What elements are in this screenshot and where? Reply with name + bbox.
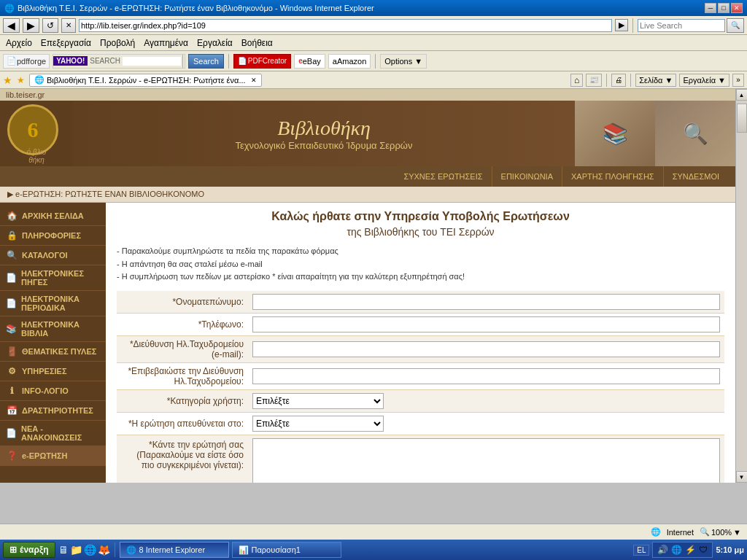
sidebar-item-news[interactable]: 📄 ΝΕΑ - ΑΝΑΚΟΙΝΩΣΕΙΣ xyxy=(0,421,106,446)
page-icon: 🌐 xyxy=(34,75,44,85)
sidebar-item-ebooks[interactable]: 📚 ΗΛΕΚΤΡΟΝΙΚΑ ΒΙΒΛΙΑ xyxy=(0,316,106,342)
page-heading: Καλώς ήρθατε στην Υπηρεσία Υποβολής Ερωτ… xyxy=(117,210,724,238)
info1: - Παρακαλούμε συμπληρώστε τα πεδία της π… xyxy=(117,245,724,258)
news-icon: 📄 xyxy=(6,427,17,439)
door-icon: 🚪 xyxy=(6,346,18,357)
pdf-creator-button[interactable]: 📄 PDFCreator xyxy=(233,54,291,69)
favorites-star2[interactable]: ★ xyxy=(17,75,25,85)
minimize-button[interactable]: ─ xyxy=(705,3,716,13)
print-button[interactable]: 🖨 xyxy=(611,74,626,87)
menu-file[interactable]: Αρχείο xyxy=(6,38,32,48)
site-nav: ΣΥΧΝΕΣ ΕΡΩΤΗΣΕΙΣ ΕΠΙΚΟΙΝΩΝΙΑ ΧΑΡΤΗΣ ΠΛΟΗ… xyxy=(0,166,735,187)
feeds-button[interactable]: 📰 xyxy=(586,74,602,87)
form-table: *Ονοματεπώνυμο: *Τηλέφωνο: *Διεύθυνση Ηλ… xyxy=(117,291,724,483)
breadcrumb-arrow: ▶ xyxy=(7,190,15,198)
books-icon: 📚 xyxy=(6,323,17,335)
nav-links[interactable]: ΣΥΝΔΕΣΜΟΙ xyxy=(664,166,728,187)
refresh-button[interactable]: ↺ xyxy=(42,18,58,33)
tools-button[interactable]: Εργαλεία ▼ xyxy=(679,74,729,87)
address-input[interactable] xyxy=(79,19,612,32)
heading-line1: Καλώς ήρθατε στην Υπηρεσία Υποβολής Ερωτ… xyxy=(117,210,724,223)
form-row-question-to: *Η ερώτηση απευθύνεται στο: Επιλέξτε xyxy=(117,412,724,435)
form-row-question-text: *Κάντε την ερώτησή σας(Παρακαλούμε να εί… xyxy=(117,435,724,483)
scroll-thumb[interactable] xyxy=(737,104,747,133)
doc2-icon: 📄 xyxy=(6,298,17,309)
yahoo-search-input[interactable] xyxy=(123,57,181,66)
header-img-1: 📚 xyxy=(575,101,655,166)
browser-content: ▲ ▼ lib.teiser.gr 6 ό.βλιοθήκη Βιβλιοθήκ… xyxy=(0,89,747,483)
sidebar-item-services[interactable]: ⚙ ΥΠΗΡΕΣΙΕΣ xyxy=(0,362,106,381)
form-row-category: *Κατηγορία χρήστη: Επιλέξτε xyxy=(117,389,724,412)
nav-faq[interactable]: ΣΥΧΝΕΣ ΕΡΩΤΗΣΕΙΣ xyxy=(395,166,492,187)
label-name: *Ονοματεπώνυμο: xyxy=(117,291,248,314)
pdf-icon: 📄 xyxy=(238,57,247,65)
scroll-down-button[interactable]: ▼ xyxy=(736,471,748,483)
scrollbar[interactable]: ▲ ▼ xyxy=(735,89,747,483)
breadcrumb: ▶ e-ΕΡΩΤΗΣΗ: ΡΩΤΗΣΤΕ ΕΝΑΝ ΒΙΒΛΙΟΘΗΚΟΝΟΜΟ xyxy=(0,187,735,203)
menu-favorites[interactable]: Αγαπημένα xyxy=(144,38,188,48)
amazon-button[interactable]: a Amazon xyxy=(328,54,371,69)
site-content: lib.teiser.gr 6 ό.βλιοθήκη Βιβλιοθήκη Τε… xyxy=(0,89,735,483)
page-button[interactable]: Σελίδα ▼ xyxy=(635,74,676,87)
calendar-icon: 📅 xyxy=(6,405,18,416)
menu-edit[interactable]: Επεξεργασία xyxy=(41,38,91,48)
input-phone[interactable] xyxy=(252,316,720,332)
info-icon: ℹ xyxy=(6,385,18,397)
sidebar-item-catalog[interactable]: 🔍 ΚΑΤΑΛΟΓΟΙ xyxy=(0,246,106,265)
ebay-button[interactable]: e eBay xyxy=(294,54,325,69)
domain-label: lib.teiser.gr xyxy=(0,89,735,101)
sidebar-item-activities[interactable]: 📅 ΔΡΑΣΤΗΡΙΟΤΗΤΕΣ xyxy=(0,401,106,421)
sidebar-item-home[interactable]: 🏠 ΑΡΧΙΚΗ ΣΕΛΙΔΑ xyxy=(0,206,106,226)
sidebar-item-portals[interactable]: 🚪 ΘΕΜΑΤΙΚΕΣ ΠΥΛΕΣ xyxy=(0,342,106,362)
input-email-confirm[interactable] xyxy=(252,368,720,384)
form-row-email-confirm: *Επιβεβαιώστε την ΔιεύθυνσηΗλ.Ταχυδρομεί… xyxy=(117,362,724,389)
sidebar-toggle[interactable]: » xyxy=(732,74,744,87)
home-button[interactable]: ⌂ xyxy=(570,74,583,87)
site-header: 6 ό.βλιοθήκη Βιβλιοθήκη Τεχνολογικό Εκπα… xyxy=(0,101,735,166)
label-phone: *Τηλέφωνο: xyxy=(117,313,248,335)
sidebar-item-eperiodicals[interactable]: 📄 ΗΛΕΚΤΡΟΝΙΚΑ ΠΕΡΙΟΔΙΚΑ xyxy=(0,291,106,316)
forward-button[interactable]: ▶ xyxy=(23,18,39,33)
tab-close-btn[interactable]: ✕ xyxy=(251,77,257,84)
input-email[interactable] xyxy=(252,341,720,357)
title-bar: 🌐 Βιβλιοθήκη Τ.Ε.Ι. Σερρών - e-ΕΡΩΤΗΣΗ: … xyxy=(0,0,747,16)
select-question-to[interactable]: Επιλέξτε xyxy=(252,416,384,432)
close-button[interactable]: ✕ xyxy=(731,3,743,13)
textarea-question[interactable] xyxy=(252,438,720,483)
sidebar-item-esources[interactable]: 📄 ΗΛΕΚΤΡΟΝΙΚΕΣ ΠΗΓΕΣ xyxy=(0,265,106,291)
info2: - Η απάντηση θα σας σταλεί μέσω e-mail xyxy=(117,258,724,271)
scroll-up-button[interactable]: ▲ xyxy=(736,89,748,101)
go-button[interactable]: ▶ xyxy=(615,19,628,31)
form-row-email: *Διεύθυνση Ηλ.Ταχυδρομείου(e-mail): xyxy=(117,335,724,362)
window-title: Βιβλιοθήκη Τ.Ε.Ι. Σερρών - e-ΕΡΩΤΗΣΗ: Ρω… xyxy=(18,4,374,12)
options-button[interactable]: Options ▼ xyxy=(380,54,427,69)
stop-button[interactable]: ✕ xyxy=(61,18,76,33)
favorites-tab[interactable]: 🌐 Βιβλιοθήκη Τ.Ε.Ι. Σερρών - e-ΕΡΩΤΗΣΗ: … xyxy=(29,74,262,87)
breadcrumb-link[interactable]: e-ΕΡΩΤΗΣΗ: ΡΩΤΗΣΤΕ ΕΝΑΝ ΒΙΒΛΙΟΘΗΚΟΝΟΜΟ xyxy=(15,190,204,198)
logo-text: ό.βλιοθήκη xyxy=(7,148,66,164)
yahoo-search-label: SEARCH xyxy=(88,57,123,65)
pdfforge-brand: 📄 pdfforge xyxy=(3,54,50,69)
favorites-bar: ★ ★ 🌐 Βιβλιοθήκη Τ.Ε.Ι. Σερρών - e-ΕΡΩΤΗ… xyxy=(0,71,747,89)
scroll-track[interactable] xyxy=(736,101,748,471)
pdfforge-icon: 📄 xyxy=(7,56,17,66)
menu-help[interactable]: Βοήθεια xyxy=(241,38,273,48)
favorites-star1[interactable]: ★ xyxy=(3,74,12,86)
back-button[interactable]: ◀ xyxy=(3,18,20,33)
yahoo-search-button[interactable]: Search xyxy=(188,54,224,69)
sidebar-item-info[interactable]: 🔒 ΠΛΗΡΟΦΟΡΙΕΣ xyxy=(0,226,106,246)
nav-sitemap[interactable]: ΧΑΡΤΗΣ ΠΛΟΗΓΗΣΗΣ xyxy=(562,166,664,187)
menu-bar: Αρχείο Επεξεργασία Προβολή Αγαπημένα Εργ… xyxy=(0,35,747,51)
ie-search-input[interactable] xyxy=(638,19,725,32)
select-category[interactable]: Επιλέξτε xyxy=(252,393,384,409)
form-row-phone: *Τηλέφωνο: xyxy=(117,313,724,335)
input-name[interactable] xyxy=(252,294,720,310)
menu-tools[interactable]: Εργαλεία xyxy=(197,38,233,48)
sidebar-item-erotisi[interactable]: ❓ e-ΕΡΩΤΗΣΗ xyxy=(0,446,106,466)
maximize-button[interactable]: □ xyxy=(718,3,729,13)
nav-contact[interactable]: ΕΠΙΚΟΙΝΩΝΙΑ xyxy=(492,166,562,187)
sidebar-item-infologio[interactable]: ℹ INFO-ΛΟΓΙΟ xyxy=(0,381,106,401)
ie-search-button[interactable]: 🔍 xyxy=(727,18,744,33)
address-bar: ◀ ▶ ↺ ✕ ▶ 🔍 xyxy=(0,16,747,35)
menu-view[interactable]: Προβολή xyxy=(100,38,135,48)
